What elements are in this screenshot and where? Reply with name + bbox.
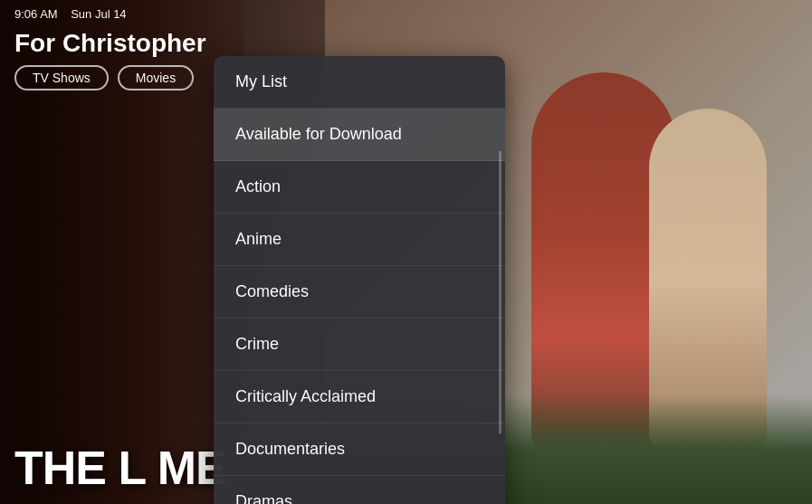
dropdown-item-documentaries[interactable]: Documentaries	[214, 423, 505, 476]
dropdown-item-anime[interactable]: Anime	[214, 214, 505, 266]
time: 9:06 AM	[14, 7, 58, 21]
show-title: THE L ME	[14, 441, 226, 495]
dropdown-item-action[interactable]: Action	[214, 161, 505, 214]
time-date: 9:06 AM Sun Jul 14	[14, 7, 127, 21]
dropdown-item-my-list[interactable]: My List	[214, 56, 505, 109]
dropdown-item-crime[interactable]: Crime	[214, 319, 505, 371]
dropdown-item-dramas[interactable]: Dramas	[214, 476, 505, 504]
dropdown-item-available-download[interactable]: Available for Download	[214, 109, 505, 161]
page-title: For Christopher	[14, 29, 206, 58]
dropdown-item-comedies[interactable]: Comedies	[214, 266, 505, 319]
genre-dropdown: My List Available for Download Action An…	[214, 56, 505, 504]
nav-movies[interactable]: Movies	[118, 65, 194, 90]
nav-pills: TV Shows Movies	[14, 65, 194, 90]
date: Sun Jul 14	[71, 7, 126, 21]
dropdown-scrollbar	[499, 150, 502, 433]
nav-tv-shows[interactable]: TV Shows	[14, 65, 109, 90]
dropdown-item-critically-acclaimed[interactable]: Critically Acclaimed	[214, 371, 505, 423]
top-bar: 9:06 AM Sun Jul 14	[0, 0, 812, 28]
